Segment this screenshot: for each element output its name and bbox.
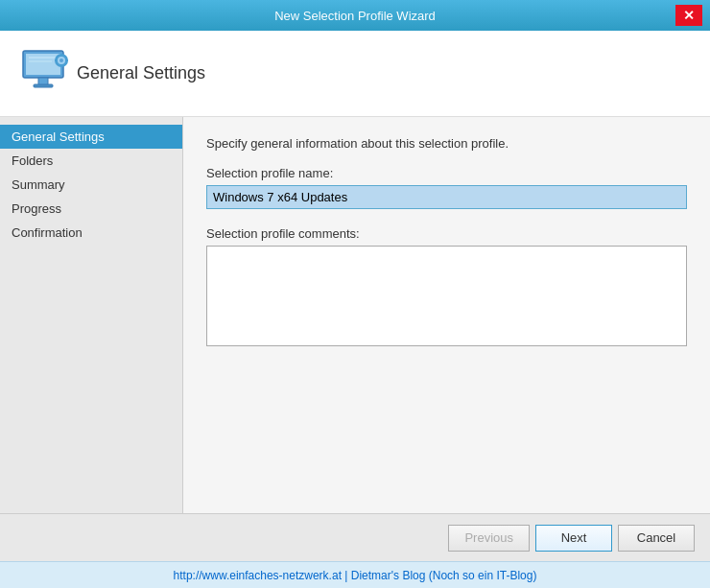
- sidebar-item-summary[interactable]: Summary: [0, 173, 182, 197]
- wizard-header: General Settings: [0, 31, 710, 117]
- sidebar-item-progress[interactable]: Progress: [0, 197, 182, 221]
- previous-button[interactable]: Previous: [448, 525, 530, 552]
- sidebar-item-confirmation[interactable]: Confirmation: [0, 221, 182, 245]
- profile-name-group: Selection profile name:: [206, 166, 687, 209]
- svg-rect-3: [34, 84, 53, 87]
- page-title: General Settings: [77, 63, 205, 83]
- profile-name-label: Selection profile name:: [206, 166, 687, 180]
- svg-rect-11: [55, 59, 58, 61]
- svg-rect-12: [65, 59, 68, 61]
- sidebar-item-folders[interactable]: Folders: [0, 149, 182, 173]
- button-bar: Previous Next Cancel: [0, 513, 710, 561]
- profile-comments-textarea[interactable]: [206, 246, 687, 346]
- svg-rect-4: [29, 57, 58, 59]
- profile-comments-label: Selection profile comments:: [206, 226, 687, 241]
- sidebar: General Settings Folders Summary Progres…: [0, 117, 182, 513]
- svg-rect-10: [60, 64, 62, 67]
- svg-rect-9: [60, 54, 62, 57]
- profile-name-input[interactable]: [206, 185, 687, 209]
- main-content: General Settings Folders Summary Progres…: [0, 117, 710, 513]
- sidebar-item-general-settings[interactable]: General Settings: [0, 125, 182, 149]
- svg-point-8: [59, 59, 63, 62]
- window-title: New Selection Profile Wizard: [35, 9, 675, 23]
- close-button[interactable]: ✕: [675, 5, 702, 26]
- profile-comments-group: Selection profile comments:: [206, 226, 687, 349]
- footer-link[interactable]: http://www.einfaches-netzwerk.at | Dietm…: [174, 569, 537, 582]
- svg-rect-5: [29, 60, 52, 62]
- next-button[interactable]: Next: [535, 525, 612, 552]
- content-panel: Specify general information about this s…: [182, 117, 710, 513]
- cancel-button[interactable]: Cancel: [618, 525, 695, 552]
- header-icon: [19, 45, 77, 103]
- title-bar: New Selection Profile Wizard ✕: [0, 0, 710, 31]
- footer: http://www.einfaches-netzwerk.at | Dietm…: [0, 561, 710, 588]
- content-description: Specify general information about this s…: [206, 136, 687, 151]
